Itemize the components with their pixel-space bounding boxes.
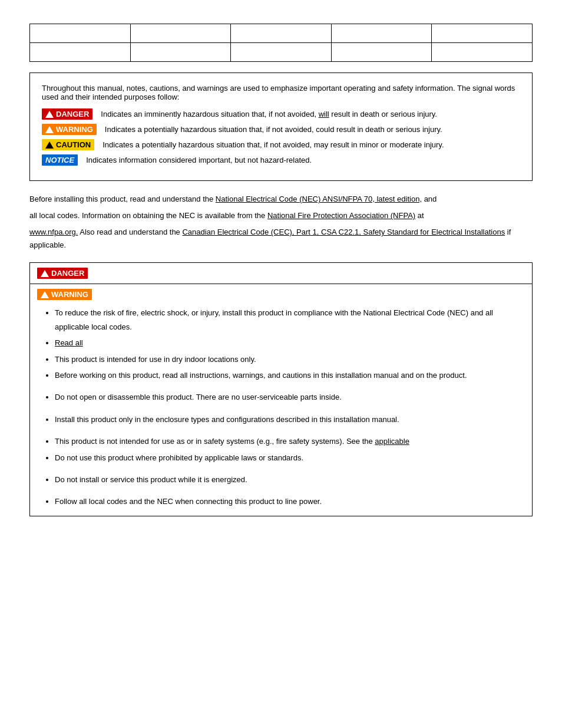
- intro-line-3: www.nfpa.org. Also read and understand t…: [29, 226, 533, 252]
- caution-row: CAUTION Indicates a potentially hazardou…: [42, 139, 520, 150]
- danger-badge: DANGER: [42, 108, 92, 120]
- table-cell: [130, 43, 231, 62]
- warning-row: WARNING Indicates a potentially hazardou…: [42, 124, 520, 135]
- danger-row: DANGER Indicates an imminently hazardous…: [42, 108, 520, 120]
- warnings-danger-row: DANGER: [30, 263, 532, 284]
- list-item: Follow all local codes and the NEC when …: [55, 495, 525, 508]
- danger-triangle-icon: [45, 111, 54, 118]
- info-table-section: [29, 24, 533, 62]
- list-item: Read all: [55, 336, 525, 350]
- list-item: Do not install or service this product w…: [55, 473, 525, 486]
- intro-line-2: all local codes. Information on obtainin…: [29, 209, 533, 222]
- info-table: [29, 24, 533, 62]
- caution-label: CAUTION: [56, 140, 91, 149]
- list-item: Before working on this product, read all…: [55, 368, 525, 382]
- intro-section: Before installing this product, read and…: [29, 193, 533, 252]
- warnings-danger-triangle-icon: [41, 270, 49, 277]
- warnings-block: DANGER WARNING To reduce the risk of fir…: [29, 262, 533, 516]
- warnings-bullet-list: To reduce the risk of fire, electric sho…: [37, 306, 525, 382]
- caution-desc: Indicates a potentially hazardous situat…: [103, 140, 444, 149]
- warning-triangle-icon: [45, 126, 54, 133]
- table-cell: [30, 24, 131, 43]
- list-item: This product is intended for use in dry …: [55, 353, 525, 366]
- list-item: This product is not intended for use as …: [55, 434, 525, 448]
- warnings-warning-label: WARNING: [51, 290, 88, 299]
- safety-signals-box: Throughout this manual, notes, cautions,…: [29, 73, 533, 181]
- warnings-bullet-list-3: Install this product only in the enclosu…: [37, 413, 525, 426]
- caution-badge: CAUTION: [42, 139, 94, 150]
- warnings-bullet-list-6: Follow all local codes and the NEC when …: [37, 495, 525, 508]
- warnings-warning-triangle-icon: [41, 291, 49, 298]
- table-cell: [331, 43, 432, 62]
- table-row: [30, 43, 533, 62]
- list-item: Do not open or disassemble this product.…: [55, 390, 525, 404]
- warning-badge: WARNING: [42, 124, 97, 135]
- table-cell: [231, 43, 332, 62]
- notice-label: NOTICE: [45, 156, 74, 164]
- list-item: Do not use this product where prohibited…: [55, 451, 525, 465]
- list-item: Install this product only in the enclosu…: [55, 413, 525, 426]
- warnings-warning-row: WARNING To reduce the risk of fire, elec…: [30, 284, 532, 515]
- notice-desc: Indicates information considered importa…: [86, 156, 312, 164]
- warnings-warning-badge: WARNING: [37, 289, 92, 300]
- table-cell: [130, 24, 231, 43]
- table-row: [30, 24, 533, 43]
- table-cell: [432, 43, 533, 62]
- danger-desc: Indicates an imminently hazardous situat…: [101, 110, 437, 118]
- warning-desc: Indicates a potentially hazardous situat…: [105, 125, 442, 134]
- warnings-bullet-list-5: Do not install or service this product w…: [37, 473, 525, 486]
- table-cell: [231, 24, 332, 43]
- intro-line-1: Before installing this product, read and…: [29, 193, 533, 206]
- table-cell: [432, 24, 533, 43]
- notice-badge: NOTICE: [42, 154, 78, 166]
- warnings-warning-label-container: WARNING: [37, 289, 525, 300]
- notice-row: NOTICE Indicates information considered …: [42, 154, 520, 166]
- safety-box-intro-text: Throughout this manual, notes, cautions,…: [42, 84, 520, 101]
- list-item: To reduce the risk of fire, electric sho…: [55, 306, 525, 334]
- warnings-bullet-list-2: Do not open or disassemble this product.…: [37, 390, 525, 404]
- warning-label: WARNING: [56, 125, 93, 134]
- warnings-bullet-list-4: This product is not intended for use as …: [37, 434, 525, 465]
- danger-label: DANGER: [56, 110, 89, 118]
- warnings-danger-label: DANGER: [51, 269, 84, 278]
- table-cell: [30, 43, 131, 62]
- table-cell: [331, 24, 432, 43]
- caution-triangle-icon: [45, 141, 54, 149]
- warnings-danger-badge: DANGER: [37, 268, 88, 279]
